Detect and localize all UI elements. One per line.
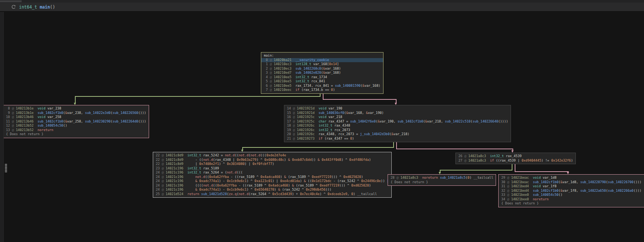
il-line[interactable]: 29 @ 14021beac void var_1d8	[501, 176, 641, 180]
il-line[interactable]: 17 @ 14021925c char rax_4347 = sub_14042…	[287, 120, 508, 124]
il-line[interactable]: { Does not return }	[6, 132, 146, 137]
edge-segment	[515, 164, 515, 171]
il-line[interactable]: 24 @ 14021c196 & 0xadc774a1) - 0x1cb9e6c…	[156, 188, 389, 192]
il-line[interactable]: 24 @ 14021c196 ((((not.d((0x4a62ffba - (…	[156, 184, 389, 188]
il-line[interactable]: 4 @ 140210ee5 int32_t rax_1734	[264, 75, 381, 80]
edge-segment	[242, 147, 394, 148]
basic-block-b22[interactable]: 22 @ 14021c8d9 int32_t rax_5242 = not.d(…	[153, 152, 392, 198]
il-line[interactable]: 21 @ 140219273 if (rax_4347 == 0)	[287, 137, 508, 141]
il-line[interactable]: 6 @ 140210ee5 rax_1734, rcx_841 = sub_14…	[264, 84, 381, 88]
edge-segment	[440, 170, 512, 171]
basic-block-b14[interactable]: 14 @ 14021921d void var_19015 @ 14021921…	[284, 105, 511, 142]
il-line[interactable]: 23 @ 14021c196 int32_t rax_5189	[156, 166, 389, 171]
il-line[interactable]: 19 @ 14021926c int32_t rcx_2073	[287, 128, 508, 133]
basic-block-b26[interactable]: 26 @ 14021a8c3 int32_t rax_453927 @ 1402…	[455, 153, 576, 164]
il-line[interactable]: { Does not return }	[501, 201, 641, 206]
edge-segment	[396, 142, 397, 149]
basic-block-b8[interactable]: 8 @ 140213b1e void var_238 9 @ 140213b1e…	[3, 105, 149, 138]
il-line[interactable]: 3 @ 140210ed7 sub_14002e020(&var_168)	[264, 71, 381, 75]
il-line[interactable]: 1 @ 140210ec3 int128_t var_168[0x14]	[264, 62, 381, 67]
il-line[interactable]: 22 @ 14021c8d9 - ((not.d(rax_4348 | 0x9b…	[156, 158, 389, 162]
edge-segment	[323, 94, 323, 99]
edge-segment	[320, 94, 321, 96]
il-line[interactable]: 33 @ 14021bee0 sub_140054c50()	[501, 193, 641, 197]
il-line[interactable]: { Does not return }	[391, 180, 493, 185]
il-line[interactable]: 9 @ 140213b1e sub_1402cf1b0(&var_238, su…	[6, 111, 146, 115]
il-line[interactable]: 15 @ 14021921d sub_140036cf0(&var_168, &…	[287, 111, 508, 115]
edge-segment	[323, 99, 397, 100]
il-line[interactable]: 22 @ 14021c8d9 | 0x7408e2f1) ^ 0x3034080…	[156, 162, 389, 166]
il-line[interactable]: 10 @ 140213b46 void var_258	[6, 115, 146, 120]
basic-block-main[interactable]: main: 0 @ 14020ba21 __security_cookie 1 …	[261, 52, 383, 94]
il-line[interactable]: 14 @ 14021921d void var_190	[287, 106, 508, 111]
il-line[interactable]: 16 @ 14021925c void var_218	[287, 115, 508, 120]
il-line[interactable]: 24 @ 14021c196 not.d((0x4a62ffba - ((rax…	[156, 175, 389, 179]
block-label: main:	[264, 54, 381, 58]
basic-block-b28[interactable]: 28 @ 14021a8c3 noreturn sub_14021a8c5(0)…	[388, 174, 496, 186]
edge-segment	[512, 164, 512, 170]
edge-segment	[396, 149, 513, 149]
basic-block-b29[interactable]: 29 @ 14021beac void var_1d830 @ 14021bea…	[498, 174, 644, 207]
il-line[interactable]: 25 @ 14021d524 return sub_14021d528(zx.q…	[156, 192, 389, 197]
edge-segment	[393, 142, 394, 147]
edge-segment	[515, 171, 569, 172]
edge-segment	[75, 96, 76, 103]
il-line[interactable]: 13 @ 140213b52 noreturn	[6, 128, 146, 133]
feature-map-strip	[0, 12, 4, 242]
il-line[interactable]: 0 @ 14020ba21 __security_cookie	[261, 58, 383, 63]
il-line[interactable]: 24 @ 14021c196 & 0xadc774a1) - 0x1cb9e6c…	[156, 179, 389, 184]
il-line[interactable]: 11 @ 140213b46 sub_1402cf1b0(&var_258, s…	[6, 120, 146, 124]
il-line[interactable]: 7 @ 140210eec if (rax_1734.b == 0)	[264, 88, 381, 92]
il-line[interactable]: 22 @ 14021c8d9 int32_t rax_5242 = not.d(…	[156, 153, 389, 158]
il-line[interactable]: 2 @ 140210ec3 sub_1402268c0(&var_168)	[264, 67, 381, 71]
il-line[interactable]: 28 @ 14021a8c3 noreturn sub_14021a8c5(0)…	[391, 176, 493, 180]
il-line[interactable]: 8 @ 140213b1e void var_238	[6, 106, 146, 111]
il-line[interactable]: 5 @ 140210ee5 int32_t rcx_841	[264, 79, 381, 84]
il-line[interactable]: 20 @ 14021926c rax_4348, rcx_2073 = j_su…	[287, 132, 508, 137]
il-line[interactable]: 26 @ 14021a8c3 int32_t rax_4539	[458, 154, 573, 159]
edge-segment	[396, 99, 397, 103]
il-line[interactable]: 12 @ 140213b52 sub_140054c50()	[6, 124, 146, 128]
graph-canvas[interactable]: main: 0 @ 14020ba21 __security_cookie 1 …	[0, 0, 644, 242]
il-line[interactable]: 32 @ 14021bed4 sub_1402cf1b0(&var_1f8, s…	[501, 189, 641, 193]
il-line[interactable]: 27 @ 14021a8c3 if ((rax_4539 | 0xd940444…	[458, 159, 573, 163]
il-line[interactable]: 34 @ 14021bee0 noreturn	[501, 197, 641, 202]
il-line[interactable]: 31 @ 14021bed4 void var_1f8	[501, 184, 641, 189]
il-line[interactable]: 30 @ 14021beac sub_1402cf1b0(&var_1d8, s…	[501, 180, 641, 185]
il-line[interactable]: 18 @ 14021926c int32_t rax_4348	[287, 124, 508, 128]
il-line[interactable]: 24 @ 14021c196 int32_t rax_5264 = (not.d…	[156, 171, 389, 175]
edge-segment	[75, 96, 321, 97]
